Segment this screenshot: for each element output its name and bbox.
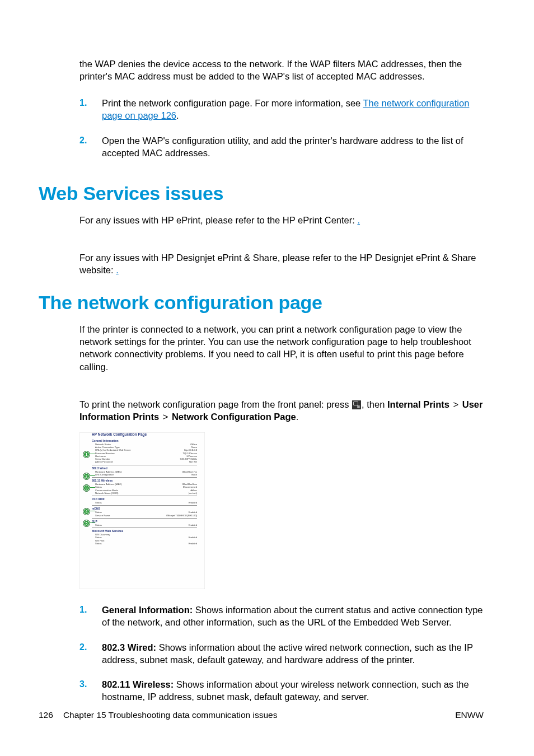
web-services-p2: For any issues with HP Designjet ePrint …: [79, 251, 484, 277]
section-head: mDNS: [92, 507, 197, 510]
screenshot-section-mdns: mDNS StatusEnabled Service NameOfficejet…: [92, 507, 197, 519]
legend-label: 802.11 Wireless:: [102, 679, 174, 689]
menu-internal-prints: Internal Prints: [387, 399, 449, 409]
intro-paragraph: the WAP denies the device access to the …: [79, 58, 484, 83]
section-head: SLP: [92, 520, 197, 523]
step-text-before: Print the network configuration page. Fo…: [102, 98, 363, 108]
footer-page-number: 126: [39, 710, 53, 720]
screenshot-title: HP Network Configuration Page: [92, 432, 205, 436]
callout-1: 1: [83, 451, 90, 458]
callout-3: 3: [83, 484, 90, 492]
net-cfg-p2: To print the network configuration page …: [79, 398, 484, 423]
step-text-after: .: [176, 110, 179, 120]
step-marker: 3.: [79, 678, 102, 703]
callout-2: 2: [83, 473, 90, 480]
section-head: Port 9100: [92, 497, 197, 501]
net-cfg-p1: If the printer is connected to a network…: [79, 323, 484, 373]
intro-step-2: 2. Open the WAP's configuration utility,…: [79, 130, 484, 167]
text: To print the network configuration page …: [79, 399, 352, 409]
screenshot-section-wireless: 802.11 Wireless Hardware Address (MAC)00…: [92, 479, 197, 496]
footer-chapter: Chapter 15 Troubleshooting data communic…: [63, 710, 278, 720]
link-eprint-center[interactable]: .: [357, 215, 360, 225]
step-marker: 2.: [79, 134, 102, 160]
front-panel-icon: [352, 400, 361, 409]
step-marker: 1.: [79, 97, 102, 122]
section-head: 802.3 Wired: [92, 466, 197, 470]
legend-list: 1. General Information: Shows informatio…: [79, 599, 484, 711]
step-marker: 1.: [79, 604, 102, 629]
period: .: [296, 412, 299, 422]
screenshot-section-general: General Information Network StatusOfflin…: [92, 439, 197, 465]
text: For any issues with HP Designjet ePrint …: [79, 253, 476, 275]
intro-step-1: 1. Print the network configuration page.…: [79, 92, 484, 130]
legend-label: General Information:: [102, 605, 193, 615]
section-head: General Information: [92, 439, 197, 442]
screenshot-section-msws: Microsoft Web Services WS Discovery Stat…: [92, 529, 197, 546]
screenshot-section-wired: 802.3 Wired Hardware Address (MAC)00xx00…: [92, 466, 197, 478]
legend-label: 802.3 Wired:: [102, 642, 156, 652]
footer-lang: ENWW: [455, 710, 484, 720]
web-services-p1: For any issues with HP ePrint, please re…: [79, 214, 484, 226]
page-footer: 126 Chapter 15 Troubleshooting data comm…: [39, 710, 484, 720]
section-head: 802.11 Wireless: [92, 479, 197, 482]
legend-item-1: 1. General Information: Shows informatio…: [79, 599, 484, 637]
step-text: Open the WAP's configuration utility, an…: [102, 134, 484, 160]
link-eprint-share[interactable]: .: [116, 265, 119, 275]
section-head: Microsoft Web Services: [92, 529, 197, 533]
heading-web-services-issues: Web Services issues: [39, 183, 484, 204]
screenshot-section-slp: SLP StatusEnabled: [92, 520, 197, 528]
callout-5: 5: [83, 520, 90, 527]
step-marker: 2.: [79, 641, 102, 666]
menu-network-configuration-page: Network Configuration Page: [172, 412, 296, 422]
separator: >: [449, 399, 462, 409]
legend-text: Shows information about the active wired…: [102, 642, 473, 665]
legend-item-3: 3. 802.11 Wireless: Shows information ab…: [79, 674, 484, 711]
separator: >: [159, 412, 172, 422]
callout-4: 4: [83, 508, 90, 515]
legend-item-2: 2. 802.3 Wired: Shows information about …: [79, 637, 484, 674]
heading-network-configuration-page: The network configuration page: [39, 292, 484, 314]
network-config-page-screenshot: HP Network Configuration Page 1 General …: [79, 432, 205, 589]
text: , then: [362, 399, 387, 409]
text: For any issues with HP ePrint, please re…: [79, 215, 357, 225]
screenshot-section-port9100: Port 9100 StatusEnabled: [92, 497, 197, 506]
intro-steps-list: 1. Print the network configuration page.…: [79, 92, 484, 167]
